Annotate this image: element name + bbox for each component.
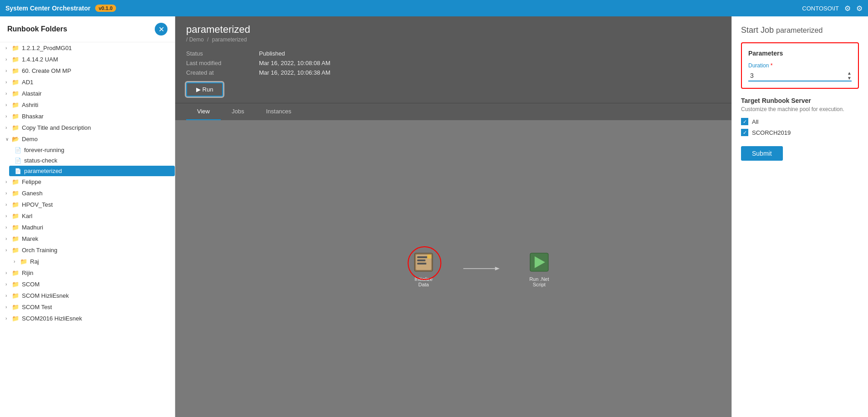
workflow-node-runnet[interactable]: Run .NetScript (527, 250, 552, 287)
settings-icon[interactable]: ⚙ (844, 4, 851, 13)
sidebar-leaf-parameterized[interactable]: 📄 parameterized (9, 166, 175, 176)
sidebar-item-scom[interactable]: › 📁 SCOM (0, 279, 175, 290)
sidebar-item-rijin[interactable]: › 📁 Rijin (0, 267, 175, 279)
sidebar-item-label: Alastair (22, 90, 41, 97)
duration-input[interactable] (748, 71, 847, 80)
folder-icon: 📁 (20, 258, 27, 265)
sidebar-item-60om[interactable]: › 📁 60. Create OM MP (0, 65, 175, 76)
leaf-label: parameterized (24, 168, 62, 174)
workflow-node-initialize[interactable]: InitializeData (411, 250, 436, 287)
runnet-svg (528, 251, 551, 274)
checkbox-scorch[interactable]: ✓ (741, 129, 748, 136)
meta-row-created: Created at Mar 16, 2022, 10:06:38 AM (186, 69, 721, 76)
sidebar-item-scom2016[interactable]: › 📁 SCOM2016 HizliEsnek (0, 313, 175, 324)
sidebar-item-1414[interactable]: › 📁 1.4.14.2 UAM (0, 54, 175, 65)
sidebar-item-label: Ashriti (22, 102, 38, 108)
sidebar-item-bhaskar[interactable]: › 📁 Bhaskar (0, 111, 175, 122)
checkbox-row-scorch: ✓ SCORCH2019 (741, 129, 859, 136)
run-button[interactable]: ▶ Run (186, 82, 223, 97)
sidebar-leaf-forever[interactable]: 📄 forever-running (9, 145, 175, 155)
sidebar-title: Runbook Folders (7, 25, 67, 33)
chevron-icon: › (5, 236, 12, 241)
check-icon: ✓ (743, 119, 747, 125)
sidebar-item-raj[interactable]: › 📁 Raj (0, 256, 175, 267)
sidebar-item-1212[interactable]: › 📁 1.2.1.2_ProdMG01 (0, 42, 175, 54)
chevron-icon: › (5, 202, 12, 207)
sidebar-item-label: Raj (30, 258, 39, 265)
params-label: Parameters (748, 50, 852, 57)
submit-button[interactable]: Submit (741, 146, 783, 161)
topbar-left: System Center Orchestrator v0.1.0 (5, 5, 116, 12)
sidebar-item-label: HPOV_Test (22, 201, 53, 208)
sidebar-item-orch[interactable]: › 📁 Orch Training (0, 244, 175, 256)
modified-label: Last modified (186, 60, 241, 66)
start-job-label: Start Job (741, 25, 776, 35)
sidebar-item-label: Karl (22, 213, 32, 219)
sidebar-item-scomhiz[interactable]: › 📁 SCOM HizliEsnek (0, 290, 175, 301)
chevron-down-icon: ∨ (5, 137, 12, 142)
chevron-icon: › (5, 125, 12, 130)
folder-icon: 📁 (12, 67, 19, 74)
runbook-title: parameterized (186, 24, 721, 36)
folder-icon: 📁 (12, 113, 19, 120)
gear-icon[interactable]: ⚙ (856, 4, 863, 13)
target-server-title: Target Runbook Server (741, 97, 859, 104)
sidebar-item-copytitle[interactable]: › 📁 Copy Title and Description (0, 122, 175, 133)
svg-rect-4 (417, 263, 426, 264)
breadcrumb-sep: / (186, 36, 189, 43)
file-icon: 📄 (15, 168, 21, 174)
sidebar-item-felippe[interactable]: › 📁 Felippe (0, 176, 175, 188)
chevron-icon: › (5, 57, 12, 62)
sidebar-item-label: SCOM HizliEsnek (22, 292, 69, 299)
duration-input-row: ▲ ▼ (748, 71, 852, 81)
topbar-user: CONTOSO\IT (802, 5, 839, 12)
sidebar-item-label: Ganesh (22, 190, 43, 197)
chevron-icon: › (5, 179, 12, 184)
chevron-icon: › (5, 91, 12, 96)
chevron-icon: › (5, 248, 12, 253)
tab-jobs[interactable]: Jobs (221, 103, 255, 120)
tab-view[interactable]: View (186, 103, 221, 120)
sidebar-item-ashriti[interactable]: › 📁 Ashriti (0, 99, 175, 111)
svg-rect-0 (415, 253, 433, 271)
sidebar-item-hpov[interactable]: › 📁 HPOV_Test (0, 199, 175, 210)
svg-rect-5 (427, 254, 431, 259)
meta-row-modified: Last modified Mar 16, 2022, 10:08:08 AM (186, 60, 721, 66)
svg-marker-7 (495, 267, 500, 270)
folder-icon: 📁 (12, 292, 19, 299)
sidebar-item-karl[interactable]: › 📁 Karl (0, 210, 175, 222)
sidebar-header: Runbook Folders ✕ (0, 16, 175, 42)
folder-icon: 📁 (12, 201, 19, 208)
spinner[interactable]: ▲ ▼ (847, 71, 852, 81)
sidebar-item-demo[interactable]: ∨ 📂 Demo (0, 133, 175, 145)
folder-icon: 📁 (12, 224, 19, 231)
chevron-icon: › (5, 225, 12, 230)
demo-children: 📄 forever-running 📄 status-check 📄 param… (0, 145, 175, 176)
folder-icon: 📁 (12, 190, 19, 197)
sidebar-item-ad1[interactable]: › 📁 AD1 (0, 76, 175, 88)
sidebar-item-label: Bhaskar (22, 113, 44, 120)
tab-instances[interactable]: Instances (255, 103, 302, 120)
sidebar-item-alastair[interactable]: › 📁 Alastair (0, 88, 175, 99)
folder-icon: 📁 (12, 315, 19, 322)
folder-icon: 📁 (12, 247, 19, 254)
folder-open-icon: 📂 (12, 136, 19, 142)
sidebar-item-madhuri[interactable]: › 📁 Madhuri (0, 222, 175, 233)
sidebar-item-scomtest[interactable]: › 📁 SCOM Test (0, 301, 175, 313)
checkbox-all[interactable]: ✓ (741, 118, 748, 125)
sidebar-close-button[interactable]: ✕ (155, 23, 168, 36)
sidebar-leaf-status[interactable]: 📄 status-check (9, 155, 175, 166)
created-value: Mar 16, 2022, 10:06:38 AM (259, 69, 330, 76)
duration-field-label: Duration * (748, 62, 852, 69)
chevron-icon: › (5, 282, 12, 287)
sidebar-content: › 📁 1.2.1.2_ProdMG01 › 📁 1.4.14.2 UAM › … (0, 42, 175, 417)
breadcrumb-sep2: / (207, 36, 210, 43)
chevron-icon: › (5, 80, 12, 85)
sidebar-item-label: Orch Training (22, 247, 57, 254)
sidebar-item-ganesh[interactable]: › 📁 Ganesh (0, 188, 175, 199)
sidebar-item-marek[interactable]: › 📁 Marek (0, 233, 175, 244)
chevron-icon: › (5, 293, 12, 298)
workflow-container: InitializeData (411, 250, 552, 287)
sidebar-item-label: Marek (22, 235, 38, 242)
topbar: System Center Orchestrator v0.1.0 CONTOS… (0, 0, 868, 16)
